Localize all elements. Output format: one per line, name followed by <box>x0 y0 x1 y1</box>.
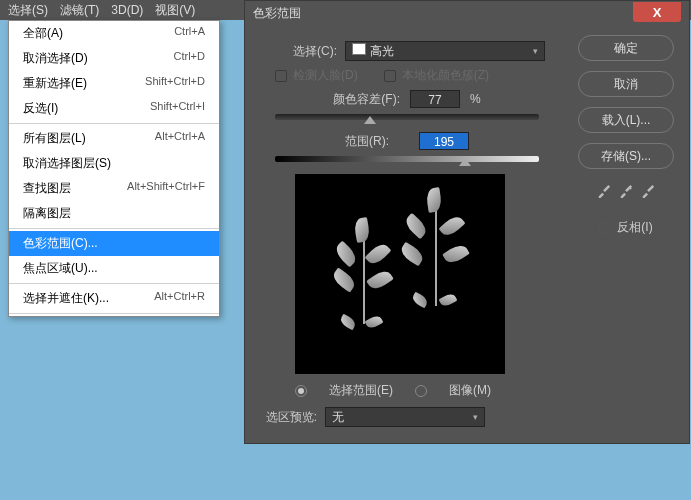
preview-select[interactable]: 无 ▾ <box>325 407 485 427</box>
percent-label: % <box>470 92 481 106</box>
range-slider[interactable] <box>275 156 539 162</box>
radio-image[interactable] <box>415 385 427 397</box>
eyedropper-minus-icon[interactable]: - <box>640 183 656 199</box>
menu-item-inverse[interactable]: 反选(I)Shift+Ctrl+I <box>9 96 219 121</box>
chevron-down-icon: ▾ <box>533 46 538 56</box>
range-label: 范围(R): <box>345 133 389 150</box>
menu-item-alllayers[interactable]: 所有图层(L)Alt+Ctrl+A <box>9 126 219 151</box>
preview-select-label: 选区预览: <box>255 409 325 426</box>
cancel-button[interactable]: 取消 <box>578 71 674 97</box>
dialog-title: 色彩范围 <box>253 5 301 22</box>
chevron-down-icon: ▾ <box>473 412 478 422</box>
select-dropdown-main[interactable]: 高光 ▾ <box>345 41 545 61</box>
color-range-dialog: 色彩范围 X 选择(C): 高光 ▾ 检测人脸(D) 本地化颜色簇(Z) 颜色容… <box>244 0 690 444</box>
titlebar: 色彩范围 X <box>245 1 689 25</box>
menu-item-isolayers[interactable]: 隔离图层 <box>9 201 219 226</box>
select-label: 选择(C): <box>255 43 345 60</box>
svg-text:+: + <box>629 184 633 191</box>
invert-checkbox[interactable] <box>599 222 611 234</box>
menu-3d[interactable]: 3D(D) <box>105 1 149 19</box>
radio-selection[interactable] <box>295 385 307 397</box>
label-localized: 本地化颜色簇(Z) <box>402 67 489 84</box>
menu-item-focusarea[interactable]: 焦点区域(U)... <box>9 256 219 281</box>
checkbox-localized <box>384 70 396 82</box>
checkbox-detectfaces <box>275 70 287 82</box>
menu-item-deselect[interactable]: 取消选择(D)Ctrl+D <box>9 46 219 71</box>
fuzziness-slider[interactable] <box>275 114 539 120</box>
menu-view[interactable]: 视图(V) <box>149 0 201 21</box>
menu-filter[interactable]: 滤镜(T) <box>54 0 105 21</box>
select-dropdown: 全部(A)Ctrl+A 取消选择(D)Ctrl+D 重新选择(E)Shift+C… <box>8 20 220 317</box>
eyedropper-plus-icon[interactable]: + <box>618 183 634 199</box>
menu-item-all[interactable]: 全部(A)Ctrl+A <box>9 21 219 46</box>
radio-selection-label: 选择范围(E) <box>329 382 393 399</box>
menu-item-colorrange[interactable]: 色彩范围(C)... <box>9 231 219 256</box>
close-button[interactable]: X <box>633 2 681 22</box>
menu-item-reselect[interactable]: 重新选择(E)Shift+Ctrl+D <box>9 71 219 96</box>
menu-item-findlayers[interactable]: 查找图层Alt+Shift+Ctrl+F <box>9 176 219 201</box>
save-button[interactable]: 存储(S)... <box>578 143 674 169</box>
swatch-icon <box>352 43 366 55</box>
ok-button[interactable]: 确定 <box>578 35 674 61</box>
range-input[interactable]: 195 <box>419 132 469 150</box>
radio-image-label: 图像(M) <box>449 382 491 399</box>
menu-select[interactable]: 选择(S) <box>2 0 54 21</box>
invert-label: 反相(I) <box>617 219 652 236</box>
preview-image <box>295 174 505 374</box>
svg-text:-: - <box>651 184 653 191</box>
label-detectfaces: 检测人脸(D) <box>293 67 358 84</box>
menu-item-selectmask[interactable]: 选择并遮住(K)...Alt+Ctrl+R <box>9 286 219 311</box>
fuzziness-label: 颜色容差(F): <box>333 91 400 108</box>
eyedropper-icon[interactable] <box>596 183 612 199</box>
load-button[interactable]: 载入(L)... <box>578 107 674 133</box>
fuzziness-input[interactable]: 77 <box>410 90 460 108</box>
menu-item-deslayers[interactable]: 取消选择图层(S) <box>9 151 219 176</box>
